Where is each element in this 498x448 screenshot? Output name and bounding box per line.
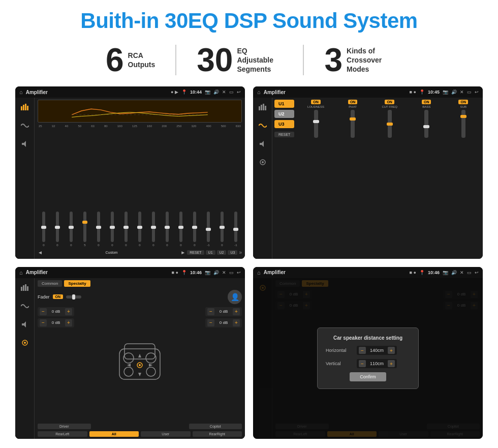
eq-u3-btn[interactable]: U3: [228, 250, 237, 255]
fader-profile-icon[interactable]: 👤: [228, 290, 242, 304]
crossover-sidebar-eq-icon[interactable]: [257, 102, 268, 113]
svg-rect-8: [263, 104, 264, 110]
eq-reset-btn[interactable]: RESET: [187, 250, 204, 255]
fader-rearright-btn[interactable]: RearRight: [193, 431, 242, 437]
eq-slider-14: 0: [216, 212, 228, 247]
dialog-horizontal-row: Horizontal − 140cm +: [326, 346, 410, 355]
crossover-main-area: U1 U2 U3 RESET ON LOUDNESS: [272, 98, 483, 258]
sub-label: SUB: [460, 105, 466, 108]
fader-sidebar-eq-icon[interactable]: [19, 282, 30, 293]
dialog-vol-icon: 🔊: [451, 270, 457, 275]
loudness-slider[interactable]: [314, 110, 318, 138]
dialog-horizontal-stepper[interactable]: − 140cm +: [357, 346, 397, 355]
fader-vol-icon: 🔊: [213, 270, 219, 275]
ch-sub: ON SUB: [446, 100, 481, 138]
crossover-reset-btn[interactable]: RESET: [274, 132, 294, 137]
dialog-vertical-plus[interactable]: +: [388, 360, 395, 367]
eq-u2-btn[interactable]: U2: [217, 250, 227, 255]
sub-on-btn[interactable]: ON: [458, 100, 468, 104]
eq-prev-arrow[interactable]: ◄: [38, 250, 43, 255]
fader-vol-rr-minus[interactable]: −: [207, 319, 214, 326]
page-title: Buith-in 30EQ DSP Sound System: [80, 9, 417, 33]
dialog-x-icon: ✕: [460, 270, 464, 275]
fader-vol-rr-value: 0 dB: [216, 320, 231, 325]
fader-on-btn[interactable]: ON: [53, 294, 64, 299]
phat-slider[interactable]: [351, 110, 355, 138]
fader-back-icon: ↩: [237, 270, 241, 275]
fader-left-sidebar: [15, 278, 35, 439]
fader-rearleft-btn[interactable]: RearLeft: [38, 431, 87, 437]
stats-row: 6 RCAOutputs 30 EQ AdjustableSegments 3 …: [15, 44, 483, 76]
eq-vol-icon: 🔊: [213, 89, 219, 95]
dialog-screen-card: ⌂ Amplifier ■ ● 📍 10:46 📷 🔊 ✕ ▭ ↩: [253, 267, 483, 439]
fader-vol-fr-minus[interactable]: −: [207, 308, 214, 315]
eq-left-sidebar: [15, 98, 35, 258]
crossover-u2-btn[interactable]: U2: [274, 110, 294, 118]
eq-rect-icon: ▭: [229, 89, 234, 95]
crossover-left-sidebar: [253, 98, 272, 258]
eq-slider-8: 0: [134, 212, 146, 247]
speaker-distance-dialog: Car speaker distance setting Horizontal …: [317, 327, 419, 389]
cutfreq-slider[interactable]: [388, 110, 392, 138]
loudness-on-btn[interactable]: ON: [311, 100, 321, 104]
bass-label: BASS: [422, 105, 430, 108]
eq-preset-label: Custom: [44, 251, 179, 254]
eq-sidebar-wave-icon[interactable]: [19, 120, 30, 131]
cutfreq-on-btn[interactable]: ON: [385, 100, 394, 104]
eq-slider-2: 0: [51, 212, 64, 247]
phat-on-btn[interactable]: ON: [348, 100, 358, 104]
fader-tab-specialty[interactable]: Specialty: [64, 280, 90, 287]
crossover-u1-btn[interactable]: U1: [274, 100, 294, 108]
svg-rect-16: [27, 286, 28, 291]
crossover-sidebar-vol-icon[interactable]: [257, 138, 268, 150]
fader-sidebar-vol-icon[interactable]: [19, 319, 30, 330]
svg-marker-31: [149, 364, 152, 367]
ch-phat: ON PHAT: [335, 100, 370, 138]
fader-content-area: − 0 dB + − 0 dB +: [38, 307, 242, 422]
fader-vol-fr: − 0 dB +: [205, 307, 242, 316]
eq-slider-6: 0: [106, 212, 118, 247]
eq-next-arrow[interactable]: ►: [180, 250, 185, 255]
fader-vol-rr-plus[interactable]: +: [233, 319, 240, 326]
dialog-horizontal-plus[interactable]: +: [388, 347, 395, 354]
fader-vol-fl-plus[interactable]: +: [65, 308, 72, 315]
fader-vol-fr-plus[interactable]: +: [233, 308, 240, 315]
dialog-horizontal-value: 140cm: [368, 348, 386, 353]
fader-car-diagram: [77, 307, 202, 422]
svg-marker-17: [22, 321, 26, 327]
fader-sidebar-speaker-icon[interactable]: [19, 337, 30, 348]
fader-vol-left: − 0 dB + − 0 dB +: [38, 307, 74, 422]
dialog-vertical-stepper[interactable]: − 110cm +: [357, 359, 397, 368]
crossover-u3-btn[interactable]: U3: [274, 120, 294, 128]
eq-u1-btn[interactable]: U1: [206, 250, 215, 255]
fader-vol-rl-plus[interactable]: +: [65, 319, 72, 326]
eq-sidebar-vol-icon[interactable]: [19, 138, 30, 150]
crossover-time: 10:45: [428, 89, 440, 95]
confirm-button[interactable]: Confirm: [350, 372, 386, 381]
dialog-vertical-minus[interactable]: −: [359, 360, 366, 367]
svg-point-27: [139, 364, 141, 366]
bass-slider[interactable]: [424, 110, 428, 138]
fader-tab-common[interactable]: Common: [38, 280, 62, 287]
fader-vol-rl-minus[interactable]: −: [40, 319, 47, 326]
eq-sidebar-eq-icon[interactable]: [19, 102, 30, 113]
crossover-sidebar-speaker-icon[interactable]: [257, 157, 268, 168]
dialog-vertical-label: Vertical: [326, 361, 354, 366]
bass-on-btn[interactable]: ON: [422, 100, 431, 104]
sub-slider[interactable]: [461, 110, 465, 138]
fader-vol-fl-minus[interactable]: −: [40, 308, 47, 315]
crossover-sidebar-wave-icon[interactable]: [257, 120, 268, 131]
crossover-app-title: Amplifier: [264, 89, 407, 95]
svg-marker-30: [127, 364, 131, 367]
stat-crossover: 3 Kinds ofCrossover Modes: [304, 44, 413, 76]
fader-copilot-btn[interactable]: Copilot: [189, 424, 242, 429]
dialog-time: 10:46: [428, 270, 440, 275]
fader-user-btn[interactable]: User: [141, 431, 191, 437]
fader-label-row: Fader ON 👤: [38, 290, 242, 304]
fader-sidebar-wave-icon[interactable]: [19, 301, 30, 312]
crossover-cam-icon: 📷: [443, 89, 448, 95]
dialog-horizontal-minus[interactable]: −: [359, 347, 366, 354]
fader-driver-btn[interactable]: Driver: [38, 424, 91, 429]
eq-more-icon: »: [239, 250, 242, 255]
fader-all-btn[interactable]: All: [89, 431, 139, 437]
